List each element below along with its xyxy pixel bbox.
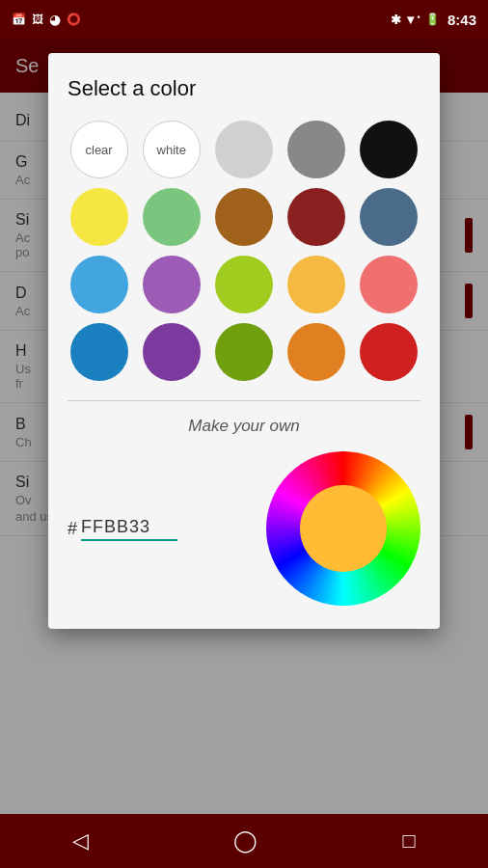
color-medium-gray[interactable]: [287, 121, 345, 178]
make-own-section: #: [68, 451, 420, 606]
color-lime[interactable]: [215, 256, 273, 313]
calendar-icon: 📅: [12, 13, 26, 26]
back-icon[interactable]: ◁: [72, 828, 89, 854]
home-icon[interactable]: ◯: [233, 828, 258, 854]
color-wheel-outer[interactable]: [266, 451, 420, 606]
color-dark-purple[interactable]: [143, 323, 201, 381]
hex-hash-symbol: #: [68, 519, 77, 539]
time-display: 8:43: [447, 12, 476, 28]
color-wheel-inner-swatch: [300, 485, 387, 572]
wifi-icon: ▾: [407, 12, 414, 27]
color-clear[interactable]: clear: [70, 121, 128, 178]
c-icon: ◕: [49, 12, 61, 27]
color-dark-lime[interactable]: [215, 323, 273, 381]
make-own-label: Make your own: [68, 417, 420, 436]
divider: [68, 400, 420, 401]
color-steel-blue[interactable]: [360, 188, 418, 246]
color-brown[interactable]: [215, 188, 273, 246]
color-sky-blue[interactable]: [70, 256, 128, 313]
color-dark-orange[interactable]: [287, 323, 345, 381]
status-bar-right: ✱ ▾ ⷴ 🔋 8:43: [391, 12, 476, 28]
color-yellow[interactable]: [70, 188, 128, 246]
status-bar-left-icons: 📅 🖼 ◕ ⭕: [12, 12, 81, 27]
color-dark-red[interactable]: [287, 188, 345, 246]
color-wheel[interactable]: [266, 451, 420, 606]
status-bar: 📅 🖼 ◕ ⭕ ✱ ▾ ⷴ 🔋 8:43: [0, 0, 488, 39]
bluetooth-icon: ✱: [391, 13, 401, 27]
tag-icon: ⭕: [67, 13, 81, 26]
square-icon[interactable]: □: [403, 828, 416, 854]
color-grid: clear white: [68, 121, 420, 381]
color-orange[interactable]: [287, 256, 345, 313]
battery-icon: 🔋: [425, 13, 440, 26]
dialog-title: Select a color: [68, 76, 420, 101]
color-coral[interactable]: [360, 256, 418, 313]
color-black[interactable]: [360, 121, 418, 178]
hex-input-container: #: [68, 517, 177, 541]
hex-input-wrapper: [81, 517, 177, 541]
color-dark-blue[interactable]: [70, 323, 128, 381]
color-green[interactable]: [143, 188, 201, 246]
bottom-navigation: ◁ ◯ □: [0, 814, 488, 868]
color-picker-dialog: Select a color clear white Make your own: [48, 53, 440, 629]
color-purple[interactable]: [143, 256, 201, 313]
image-icon: 🖼: [32, 13, 43, 26]
hex-input[interactable]: [81, 517, 177, 537]
color-white[interactable]: white: [143, 121, 201, 178]
color-red[interactable]: [360, 323, 418, 381]
color-light-gray[interactable]: [215, 121, 273, 178]
